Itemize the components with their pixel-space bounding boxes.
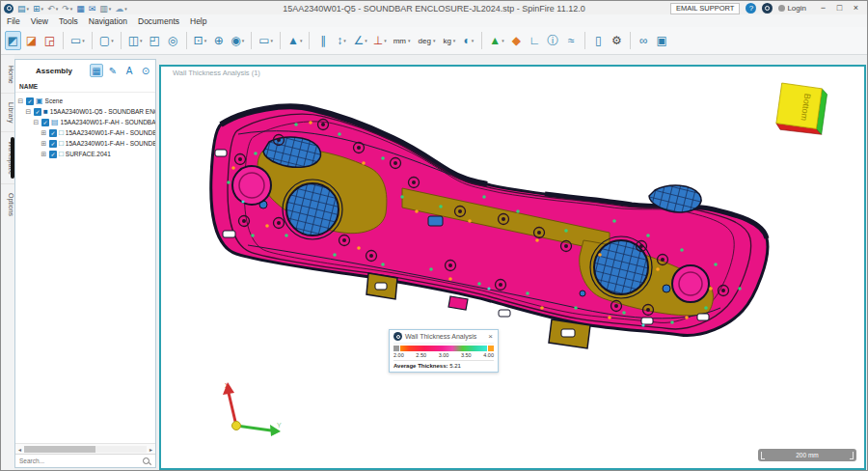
legend-close-button[interactable]: × bbox=[487, 332, 494, 341]
split-layout-button[interactable]: ◫▾ bbox=[126, 31, 145, 50]
motion-button[interactable]: ≈ bbox=[563, 31, 580, 50]
help-icon[interactable]: ? bbox=[746, 3, 756, 14]
annotation-tag-button[interactable]: A bbox=[122, 64, 136, 77]
zoom-target-button[interactable]: ⊕ bbox=[210, 31, 227, 50]
tree-row[interactable]: ⊟✓▤15AA2340W01-F-AH - SOUNDBAR ENCL bbox=[15, 117, 155, 127]
callout-button[interactable]: ▭▾ bbox=[257, 31, 275, 50]
dropdown-caret-icon[interactable]: ▾ bbox=[502, 38, 504, 43]
dropdown-caret-icon[interactable]: ▾ bbox=[453, 38, 456, 43]
menu-documents[interactable]: Documents bbox=[138, 16, 179, 26]
actify-logo-icon[interactable] bbox=[762, 3, 773, 14]
visibility-checkbox[interactable]: ✓ bbox=[41, 119, 49, 126]
measure-button[interactable]: ↕▾ bbox=[333, 31, 349, 50]
cylinder-button[interactable]: ◎ bbox=[165, 31, 181, 50]
views-cube-button[interactable]: ◰ bbox=[147, 31, 163, 50]
visibility-checkbox[interactable]: ✓ bbox=[49, 151, 57, 158]
email-button[interactable]: ✉ bbox=[89, 4, 96, 14]
view-cube-button[interactable]: ◩ bbox=[5, 31, 21, 50]
save-button[interactable]: ▦ bbox=[76, 4, 85, 14]
markup-pen-button[interactable]: ✎ bbox=[106, 64, 120, 77]
visibility-eye-button[interactable]: ⊙ bbox=[139, 64, 152, 77]
grid-view-button[interactable]: ▦ bbox=[90, 64, 103, 77]
menu-help[interactable]: Help bbox=[190, 16, 206, 26]
dropdown-caret-icon[interactable]: ▾ bbox=[140, 38, 143, 43]
caliper-button[interactable]: ∥ bbox=[314, 31, 331, 50]
cloud-button[interactable]: ☁▾ bbox=[115, 4, 127, 14]
visibility-checkbox[interactable]: ✓ bbox=[49, 129, 57, 137]
orientation-cube[interactable]: Bottom bbox=[767, 78, 834, 142]
unit-length-dropdown[interactable]: mm▾ bbox=[391, 37, 414, 45]
horizontal-scrollbar[interactable]: ◂ ▸ bbox=[15, 443, 155, 454]
dropdown-caret-icon[interactable]: ▾ bbox=[271, 38, 274, 43]
dropdown-caret-icon[interactable]: ▾ bbox=[472, 38, 475, 43]
search-icon[interactable] bbox=[142, 457, 151, 466]
menu-navigation[interactable]: Navigation bbox=[89, 16, 127, 26]
menu-file[interactable]: File bbox=[7, 16, 20, 26]
section-tree-button[interactable]: ▲▾ bbox=[487, 31, 505, 50]
dropdown-caret-icon[interactable]: ▾ bbox=[111, 38, 114, 43]
dropdown-caret-icon[interactable]: ▾ bbox=[408, 38, 411, 43]
unit-angle-dropdown[interactable]: deg▾ bbox=[416, 37, 439, 45]
angle-button[interactable]: ∠▾ bbox=[351, 31, 368, 50]
sidebar-tab-home[interactable]: Home bbox=[1, 57, 14, 93]
unit-mass-dropdown[interactable]: kg▾ bbox=[440, 37, 458, 45]
tree-row[interactable]: ⊟✓▣Scene bbox=[15, 96, 155, 106]
settings-button[interactable]: ⚙ bbox=[609, 31, 625, 50]
snapshot-button[interactable]: ▣ bbox=[654, 31, 670, 50]
tree-row[interactable]: ⊞✓□15AA2340W01-F-AH - SOUNDBAR EN bbox=[15, 127, 155, 138]
tree-row[interactable]: ⊟✓■15AA2340W01-Q5 - SOUNDBAR ENCLOSU bbox=[15, 106, 155, 117]
sidebar-tab-workspace[interactable]: Workspace bbox=[1, 131, 14, 183]
app-logo-icon[interactable] bbox=[4, 4, 14, 14]
dropdown-caret-icon[interactable]: ▾ bbox=[56, 6, 59, 12]
tree-row[interactable]: ⊞✓□15AA2340W01-F-AH - SOUNDBAR EN bbox=[15, 138, 155, 149]
dropdown-caret-icon[interactable]: ▾ bbox=[204, 38, 207, 43]
compare-button[interactable]: ∟ bbox=[527, 31, 543, 50]
dropdown-caret-icon[interactable]: ▾ bbox=[82, 38, 85, 43]
dropdown-caret-icon[interactable]: ▾ bbox=[343, 38, 346, 43]
menu-view[interactable]: View bbox=[31, 16, 48, 26]
minimize-button[interactable]: − bbox=[816, 3, 830, 14]
dropdown-caret-icon[interactable]: ▾ bbox=[70, 6, 73, 12]
3d-viewport[interactable]: Wall Thickness Analysis (1) bbox=[159, 65, 866, 470]
thickness-cube-button[interactable]: ◆ bbox=[508, 31, 525, 50]
solid-box-button[interactable]: ◪ bbox=[23, 31, 40, 50]
link-button[interactable]: ∞ bbox=[636, 31, 652, 50]
dropdown-caret-icon[interactable]: ▾ bbox=[384, 38, 387, 43]
dropdown-caret-icon[interactable]: ▾ bbox=[365, 38, 367, 43]
print-button[interactable]: ▥▾ bbox=[99, 4, 111, 14]
extract-button[interactable]: ⊡▾ bbox=[192, 31, 209, 50]
collapse-icon[interactable]: ⊟ bbox=[33, 119, 40, 126]
dropdown-caret-icon[interactable]: ▾ bbox=[27, 6, 30, 12]
fit-view-button[interactable]: ⊞▾ bbox=[33, 4, 43, 14]
expand-icon[interactable]: ⊞ bbox=[41, 151, 47, 158]
menu-tools[interactable]: Tools bbox=[59, 16, 78, 26]
markup-tree-button[interactable]: ▲▾ bbox=[285, 31, 304, 50]
restore-button[interactable]: □ bbox=[832, 3, 847, 14]
legend-header[interactable]: Wall Thickness Analysis × bbox=[393, 332, 494, 344]
dropdown-caret-icon[interactable]: ▾ bbox=[41, 6, 44, 12]
wall-thickness-legend-dialog[interactable]: Wall Thickness Analysis × 2.002.503.003.… bbox=[389, 329, 499, 373]
scrollbar-track[interactable] bbox=[24, 446, 147, 453]
dropdown-caret-icon[interactable]: ▾ bbox=[242, 38, 245, 43]
open-file-button[interactable]: ▤▾ bbox=[17, 4, 29, 14]
expand-icon[interactable]: ⊞ bbox=[41, 129, 47, 137]
info-button[interactable]: ⓘ bbox=[545, 31, 561, 50]
collapse-icon[interactable]: ⊟ bbox=[17, 97, 24, 105]
paint-tool-button[interactable]: ◲ bbox=[41, 31, 58, 50]
close-button[interactable]: × bbox=[849, 3, 863, 14]
scroll-right-icon[interactable]: ▸ bbox=[147, 446, 155, 453]
sidebar-tab-library[interactable]: Library bbox=[1, 93, 14, 131]
search-input[interactable] bbox=[19, 457, 142, 464]
export-image-button[interactable]: ▭▾ bbox=[68, 31, 87, 50]
collapse-icon[interactable]: ⊟ bbox=[25, 108, 32, 116]
login-button[interactable]: Login bbox=[778, 4, 806, 13]
presentation-button[interactable]: ▯ bbox=[590, 31, 607, 50]
dropdown-caret-icon[interactable]: ▾ bbox=[300, 38, 303, 43]
scrollbar-thumb[interactable] bbox=[24, 446, 95, 453]
visibility-checkbox[interactable]: ✓ bbox=[26, 97, 34, 105]
display-mode-button[interactable]: ▢▾ bbox=[97, 31, 116, 50]
dropdown-caret-icon[interactable]: ▾ bbox=[109, 6, 112, 12]
visibility-checkbox[interactable]: ✓ bbox=[34, 108, 41, 116]
dropdown-caret-icon[interactable]: ▾ bbox=[124, 6, 127, 12]
datum-button[interactable]: ⊥▾ bbox=[371, 31, 389, 50]
